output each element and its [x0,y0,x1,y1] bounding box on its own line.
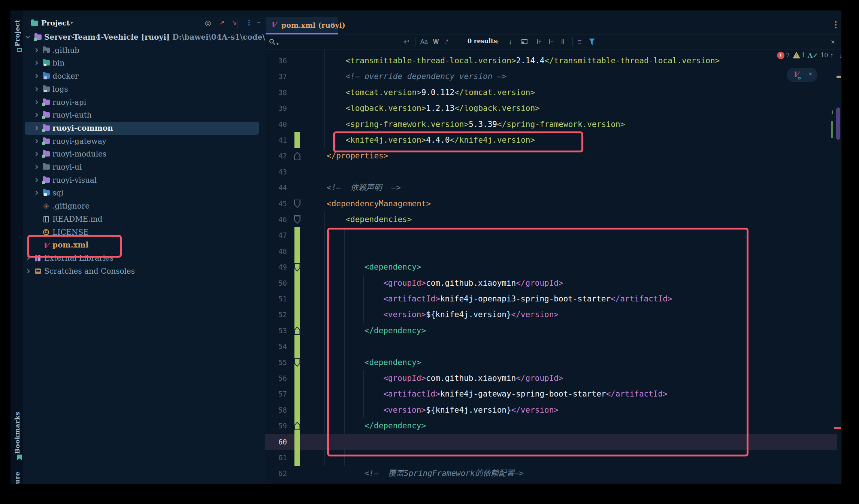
fold-marker-icon[interactable] [294,200,300,208]
libraries-icon [34,254,42,262]
code-line-44[interactable]: 44<!— 依赖声明 —> [265,180,837,196]
tree-item-server-team4-veehicle-ruoyi-[interactable]: Server-Team4-Veehicle [ruoyi] D:\bawei\0… [23,31,265,44]
chevron-right-icon[interactable] [34,61,38,65]
code-line-55[interactable]: 55<dependency> [265,355,837,371]
tree-item-ruoyi-api[interactable]: ruoyi-api [23,96,265,109]
chevron-down-icon[interactable] [25,34,30,38]
code-text: <dependency> [365,259,421,275]
code-line-38[interactable]: 38<tomcat.version>9.0.112</tomcat.versio… [265,85,837,101]
code-line-47[interactable]: 47 [265,227,837,243]
chevron-right-icon[interactable] [34,165,38,169]
code-editor[interactable]: 36<transmittable-thread-local.version>2.… [265,49,841,484]
tree-item-ruoyi-auth[interactable]: ruoyi-auth [23,109,265,122]
tree-item--github[interactable]: .github [23,44,265,57]
code-line-59[interactable]: 59</dependency> [265,418,837,434]
chevron-right-icon[interactable] [34,126,38,130]
code-line-58[interactable]: 58<version>${knife4j.version}</version> [265,402,837,418]
maven-reload-widget[interactable]: V ⟳ × [787,68,817,82]
fold-marker-icon[interactable] [294,215,300,224]
close-widget-icon[interactable]: × [809,71,812,78]
whole-words-toggle[interactable]: W [433,37,439,46]
code-line-40[interactable]: 40<spring-framework.version>5.3.39</spri… [265,116,837,133]
remove-selection-icon[interactable]: I− [548,37,554,46]
tool-stripe-structure[interactable]: ucture [13,470,21,484]
code-line-37[interactable]: 37<!— override dependency version —> [265,69,837,85]
tab-pom-xml[interactable]: V pom.xml (ruoyi) × [266,17,338,34]
code-line-45[interactable]: 45<dependencyManagement> [265,196,837,212]
code-line-39[interactable]: 39<logback.version>1.2.13</logback.versi… [265,100,837,116]
open-in-find-window-icon[interactable] [521,39,527,44]
scrollbar-track[interactable] [841,49,841,484]
error-stripe-mark[interactable] [834,427,841,429]
tree-item-ruoyi-ui[interactable]: ruoyi-ui [23,161,265,174]
regex-toggle[interactable]: .* [444,37,448,46]
scrollbar-thumb[interactable] [836,107,840,140]
tool-stripe-bookmarks[interactable]: Bookmarks [13,422,21,454]
code-line-46[interactable]: 46<dependencies> [265,212,837,228]
tool-stripe-project[interactable]: Project [13,15,21,46]
tree-item-label: logs [52,83,68,96]
chevron-right-icon[interactable] [34,87,38,91]
newline-icon[interactable]: ↵ [404,37,410,46]
add-selection-icon[interactable]: I+ [536,37,542,46]
bookmark-icon[interactable] [17,455,22,460]
tree-item-ruoyi-common[interactable]: ruoyi-common [23,122,265,135]
tree-item-license[interactable]: CLICENSE [23,226,265,239]
tree-item-external-libraries[interactable]: External Libraries [23,252,265,265]
chevron-right-icon[interactable] [25,256,30,260]
code-line-36[interactable]: 36<transmittable-thread-local.version>2.… [265,53,837,69]
project-stripe-icon[interactable] [17,48,22,52]
fold-marker-icon[interactable] [294,152,300,160]
code-line-51[interactable]: 51<artifactId>knife4j-openapi3-spring-bo… [265,291,837,307]
code-line-54[interactable]: 54 [265,338,837,355]
chevron-right-icon[interactable] [25,269,30,273]
code-line-61[interactable]: 61 [265,450,837,466]
tree-item-logs[interactable]: logs [23,83,265,96]
tree-item-sql[interactable]: sql [23,186,265,200]
code-line-63[interactable]: 63<dependency> [265,482,837,484]
code-line-49[interactable]: 49<dependency> [265,259,837,275]
chevron-right-icon[interactable] [34,152,38,156]
next-problem-icon[interactable]: ↓ [839,52,841,60]
code-line-62[interactable]: 62<!— 覆盖SpringFramework的依赖配置—> [265,465,837,482]
previous-problem-icon[interactable]: ↑ [830,52,834,60]
chevron-right-icon[interactable] [34,113,38,117]
chevron-right-icon[interactable] [34,178,38,182]
next-occurrence-icon[interactable]: ↓ [509,37,512,46]
code-line-56[interactable]: 56<groupId>com.github.xiaoymin</groupId> [265,370,837,386]
tree-item-readme-md[interactable]: README.md [23,213,265,226]
select-all-occurrences-icon[interactable]: II [561,37,565,46]
match-case-toggle[interactable]: Aa [420,37,428,46]
code-line-50[interactable]: 50<groupId>com.github.xiaoymin</groupId> [265,275,837,291]
chevron-right-icon[interactable] [34,74,38,78]
tree-item-pom-xml[interactable]: Vpom.xml [23,239,265,252]
tree-item--gitignore[interactable]: .gitignore [23,200,265,213]
close-search-icon[interactable]: × [831,37,835,46]
chevron-right-icon[interactable] [34,139,38,143]
search-options-caret-icon[interactable]: ▾ [276,39,279,48]
tree-item-ruoyi-modules[interactable]: ruoyi-modules [23,148,265,161]
code-line-41[interactable]: 41<knife4j.version>4.4.0</knife4j.versio… [265,132,837,148]
code-line-43[interactable]: 43 [265,164,837,180]
warning-stripe-mark[interactable] [837,76,841,78]
chevron-right-icon[interactable] [34,191,38,195]
code-line-53[interactable]: 53</dependency> [265,323,837,339]
previous-occurrence-icon[interactable]: ↑ [496,37,499,46]
tree-item-docker[interactable]: docker [23,70,265,83]
code-line-48[interactable]: 48 [265,243,837,259]
chevron-right-icon[interactable] [34,48,38,52]
close-tab-icon[interactable]: × [330,21,335,28]
code-line-60[interactable]: 60 [265,434,837,450]
tree-item-bin[interactable]: bin [23,57,265,70]
code-line-42[interactable]: 42</properties> [265,148,837,164]
tree-item-ruoyi-gateway[interactable]: ruoyi-gateway [23,135,265,148]
window-options-icon[interactable]: ⋮ [832,20,840,30]
tree-item-scratches-and-consoles[interactable]: Scratches and Consoles [23,265,265,278]
filter-icon[interactable] [589,39,595,45]
filter-search-lines-icon[interactable]: ≡ [578,37,582,46]
code-line-57[interactable]: 57<artifactId>knife4j-gateway-spring-boo… [265,386,837,402]
search-bar[interactable]: ▾ ↵ Aa W .* 0 results ↑ ↓ I+ I− II ≡ × [265,34,841,49]
code-line-52[interactable]: 52<version>${knife4j.version}</version> [265,307,837,323]
chevron-right-icon[interactable] [34,100,38,104]
tree-item-ruoyi-visual[interactable]: ruoyi-visual [23,174,265,187]
